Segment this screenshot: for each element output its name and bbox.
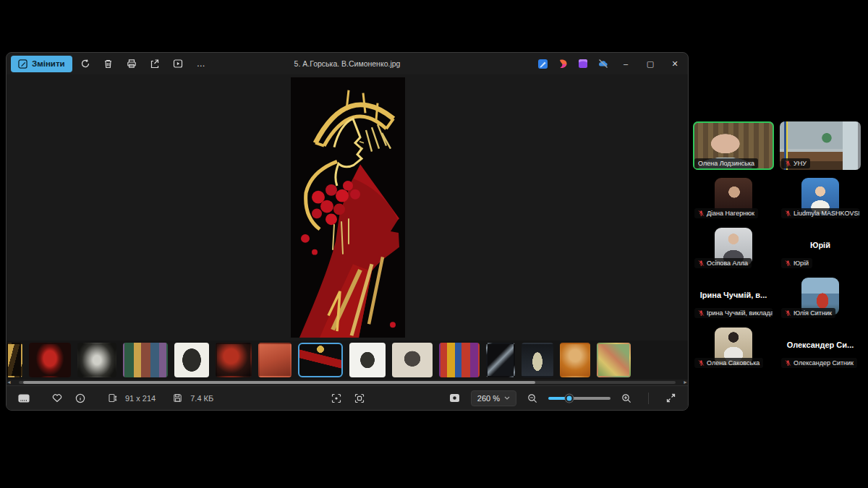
participant-name-label: Олена Саковська bbox=[694, 358, 763, 368]
filmstrip-thumbnail[interactable] bbox=[560, 343, 590, 377]
statusbar-divider bbox=[648, 393, 649, 404]
participant-tile[interactable]: Юлія Ситник bbox=[780, 276, 861, 320]
participant-name-label: Діана Нагернюк bbox=[694, 208, 758, 218]
slideshow-button[interactable] bbox=[168, 56, 188, 72]
muted-mic-icon bbox=[698, 260, 705, 267]
file-size: 7.4 КБ bbox=[190, 394, 213, 403]
muted-mic-icon bbox=[785, 210, 791, 217]
participant-tile[interactable]: Осіпова Алла bbox=[693, 226, 774, 270]
participant-name-label: Ірина Чучмій, викладач bbox=[694, 308, 773, 318]
dimensions-icon bbox=[102, 390, 122, 407]
muted-mic-icon bbox=[785, 309, 791, 317]
participant-tile[interactable]: Олександер Си...Олександер Ситник bbox=[780, 326, 861, 369]
muted-mic-icon bbox=[785, 359, 791, 367]
minimize-button[interactable]: – bbox=[614, 54, 637, 73]
photo-edit-app-icon[interactable] bbox=[533, 55, 552, 72]
clipchamp-icon[interactable] bbox=[553, 55, 572, 72]
info-button[interactable] bbox=[70, 390, 90, 407]
photos-app-window: Змінити … 5. А.Горська. В.Симоненко.jpg bbox=[6, 52, 689, 411]
filmstrip-scrollbar[interactable]: ◄ ► bbox=[7, 380, 688, 385]
muted-mic-icon bbox=[698, 359, 705, 367]
participant-tile[interactable]: УНУ bbox=[780, 121, 861, 170]
filmstrip-thumbnail[interactable] bbox=[439, 343, 480, 377]
filmstrip-thumbnail[interactable] bbox=[486, 343, 515, 377]
participant-name-label: УНУ bbox=[781, 158, 810, 168]
artwork-symonenko-portrait bbox=[291, 77, 405, 338]
zoom-to-fill-button[interactable] bbox=[326, 390, 346, 407]
titlebar: Змінити … 5. А.Горська. В.Симоненко.jpg bbox=[7, 53, 688, 74]
filmstrip-toggle-button[interactable] bbox=[14, 390, 34, 407]
fit-to-window-button[interactable] bbox=[445, 390, 465, 407]
filmstrip-thumbnail[interactable] bbox=[392, 343, 433, 377]
muted-mic-icon bbox=[785, 160, 791, 167]
print-button[interactable] bbox=[122, 56, 142, 72]
zoom-slider-handle[interactable] bbox=[566, 394, 574, 402]
share-button[interactable] bbox=[145, 56, 165, 72]
fullscreen-button[interactable] bbox=[660, 390, 681, 407]
filmstrip-thumbnail[interactable] bbox=[216, 343, 252, 377]
maximize-button[interactable]: ▢ bbox=[639, 54, 662, 73]
rotate-button[interactable] bbox=[75, 56, 95, 72]
participant-name-label: Олена Лодзинська bbox=[694, 158, 758, 168]
participant-tile[interactable]: ЮрійЮрій bbox=[780, 226, 861, 270]
participant-tile[interactable]: Діана Нагернюк bbox=[693, 176, 774, 220]
participant-display-name: Юрій bbox=[780, 241, 861, 249]
statusbar: 91 x 214 7.4 КБ 260 % bbox=[7, 385, 688, 410]
file-size-icon bbox=[167, 390, 187, 407]
filmstrip-thumbnail[interactable] bbox=[77, 343, 116, 377]
muted-mic-icon bbox=[698, 210, 705, 217]
participant-name-label: Юлія Ситник bbox=[781, 308, 835, 318]
onedrive-offline-icon[interactable] bbox=[594, 55, 613, 72]
scrollbar-thumb[interactable] bbox=[23, 381, 535, 384]
zoom-slider[interactable] bbox=[548, 397, 610, 400]
filmstrip-thumbnail[interactable] bbox=[298, 343, 343, 377]
participant-name-label: Осіпова Алла bbox=[694, 258, 752, 268]
edit-pencil-icon bbox=[18, 59, 27, 69]
participant-name-label: Олександер Ситник bbox=[781, 358, 857, 368]
filmstrip-thumbnail[interactable] bbox=[7, 343, 22, 377]
image-dimensions: 91 x 214 bbox=[125, 394, 156, 403]
participant-name-label: Юрій bbox=[781, 258, 812, 268]
more-options-button[interactable]: … bbox=[191, 56, 211, 72]
zoom-level-value: 260 % bbox=[477, 394, 500, 403]
filmstrip bbox=[7, 341, 688, 380]
zoom-level-dropdown[interactable]: 260 % bbox=[471, 390, 516, 406]
scrollbar-track[interactable] bbox=[19, 381, 676, 384]
scroll-left-arrow[interactable]: ◄ bbox=[7, 380, 12, 385]
designer-app-icon[interactable] bbox=[574, 55, 592, 72]
filmstrip-thumbnail[interactable] bbox=[522, 343, 553, 377]
filmstrip-thumbnail[interactable] bbox=[597, 343, 631, 377]
muted-mic-icon bbox=[785, 260, 791, 267]
zoom-out-button[interactable] bbox=[522, 390, 542, 407]
participant-tile[interactable]: Liudmyla MASHKOVSKA bbox=[780, 176, 861, 220]
scroll-right-arrow[interactable]: ► bbox=[683, 380, 688, 385]
participant-display-name: Олександер Си... bbox=[780, 341, 861, 349]
more-options-label: … bbox=[197, 59, 205, 69]
participant-tile[interactable]: Олена Саковська bbox=[693, 326, 774, 369]
filmstrip-thumbnail[interactable] bbox=[174, 343, 209, 377]
delete-button[interactable] bbox=[98, 56, 119, 72]
participant-tile[interactable]: Ірина Чучмій, в...Ірина Чучмій, викладач bbox=[693, 276, 774, 320]
participant-tile[interactable]: Олена Лодзинська bbox=[693, 121, 774, 170]
actual-size-button[interactable] bbox=[349, 390, 370, 407]
filmstrip-thumbnail[interactable] bbox=[29, 343, 71, 377]
chevron-down-icon bbox=[504, 396, 510, 400]
displayed-image[interactable] bbox=[291, 77, 405, 338]
image-viewer bbox=[7, 74, 688, 341]
filmstrip-thumbnail[interactable] bbox=[258, 343, 292, 377]
edit-button-label: Змінити bbox=[32, 59, 65, 68]
filmstrip-thumbnail[interactable] bbox=[349, 343, 386, 377]
participant-display-name: Ірина Чучмій, в... bbox=[693, 291, 774, 299]
participants-panel: Олена ЛодзинськаУНУДіана НагернюкLiudmyl… bbox=[693, 121, 861, 369]
muted-mic-icon bbox=[698, 309, 705, 317]
filmstrip-thumbnail[interactable] bbox=[123, 343, 168, 377]
participant-name-label: Liudmyla MASHKOVSKA bbox=[781, 208, 859, 218]
edit-button[interactable]: Змінити bbox=[11, 56, 72, 72]
zoom-in-button[interactable] bbox=[616, 390, 637, 407]
close-button[interactable]: ✕ bbox=[663, 54, 686, 73]
favorite-button[interactable] bbox=[47, 390, 67, 407]
